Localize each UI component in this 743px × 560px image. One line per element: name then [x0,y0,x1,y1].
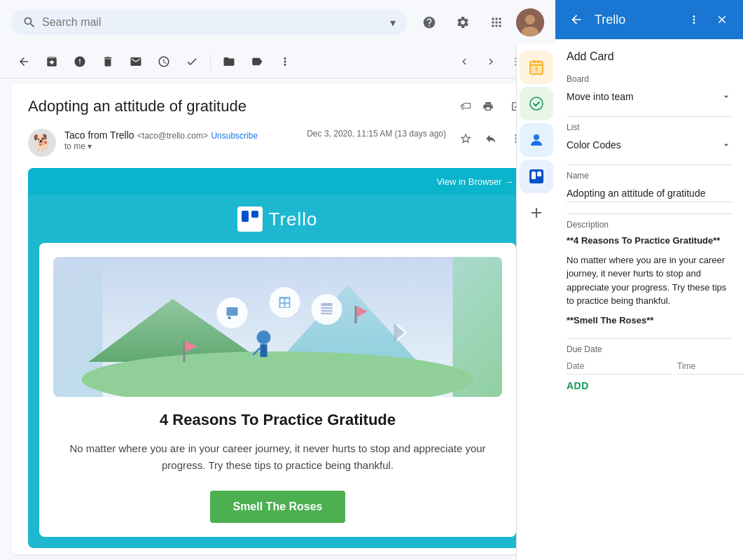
trello-header-actions [681,7,735,32]
sender-name-row: Taco from Trello <taco@trello.com> Unsub… [64,129,298,141]
move-to-button[interactable] [216,49,242,74]
board-label: Board [567,74,732,84]
more-vert-icon-3 [688,13,700,26]
calendar-addon-icon: 3 [528,59,545,76]
gmail-addon-sidebar: 3 [516,45,555,560]
svg-point-15 [257,330,271,344]
mark-unread-icon [130,55,142,68]
trello-panel-title: Trello [595,13,676,27]
divider-3 [567,214,732,214]
email-meta: 🐕 Taco from Trello <taco@trello.com> Uns… [28,129,527,157]
help-button[interactable] [415,8,443,36]
svg-rect-11 [355,306,357,323]
next-email-button[interactable] [478,49,504,74]
trello-wordmark: Trello [268,209,317,230]
toolbar-divider [210,53,211,70]
add-addon-button[interactable] [520,196,553,230]
name-input[interactable] [567,185,732,202]
search-dropdown-btn[interactable]: ▾ [390,16,396,29]
label-icon [251,55,263,68]
settings-button[interactable] [449,8,477,36]
email-subject-row: Adopting an attitude of gratitude 🏷 [28,95,527,118]
label-button[interactable] [244,49,270,74]
spam-button[interactable] [67,49,92,74]
cta-button[interactable]: Smell The Roses [210,491,345,523]
list-field-row: Color Codes [567,136,732,153]
trello-logo: Trello [237,206,317,232]
desc-line2: **Smell The Roses** [567,314,732,328]
spam-icon [74,55,86,68]
trello-panel-header: Trello [555,0,743,39]
svg-rect-42 [537,172,541,176]
description-section: Description **4 Reasons To Practice Grat… [567,220,732,327]
snooze-button[interactable] [151,49,176,74]
trello-panel: Trello Add Card Board Move into team [555,0,743,560]
due-date-label: Due Date [567,344,732,354]
delete-icon [102,55,114,68]
avatar[interactable] [516,8,544,36]
back-button[interactable] [11,49,36,74]
trello-close-button[interactable] [709,7,735,32]
svg-point-38 [530,97,543,110]
divider-1 [567,116,732,117]
gear-icon [456,15,470,29]
divider-4 [567,338,732,339]
svg-rect-25 [281,304,284,307]
tasks-addon-button[interactable] [520,87,553,120]
board-dropdown-button[interactable] [721,91,732,102]
star-icon [459,132,472,145]
contacts-addon-button[interactable] [520,123,553,157]
add-icon [528,204,545,221]
svg-rect-20 [228,316,231,319]
label-tag-icon[interactable]: 🏷 [460,100,471,113]
desc-paragraph: No matter where you are in your career j… [567,253,732,308]
check-icon [186,55,198,68]
name-label: Name [567,171,732,181]
list-dropdown-button[interactable] [721,139,732,150]
done-button[interactable] [179,49,204,74]
trello-addon-button[interactable] [520,160,553,193]
star-button[interactable] [454,129,477,151]
due-date-section: Due Date ADD [567,344,732,392]
add-due-date-button[interactable]: ADD [567,380,589,391]
more-button[interactable] [272,49,298,74]
email-content: Adopting an attitude of gratitude 🏷 🐕 [11,84,544,554]
time-input[interactable] [677,358,743,374]
svg-rect-16 [261,344,268,357]
date-input[interactable] [567,358,672,374]
svg-rect-3 [242,211,249,222]
email-subject: Adopting an attitude of gratitude [28,97,454,115]
trello-addon-icon [528,168,545,185]
apps-button[interactable] [482,8,511,36]
trello-panel-body: Add Card Board Move into team List Color… [555,39,743,560]
unsubscribe-link[interactable]: Unsubscribe [211,131,258,141]
trello-back-button[interactable] [564,7,589,32]
search-input[interactable] [42,16,384,29]
calendar-addon-button[interactable]: 3 [520,50,553,84]
mark-unread-button[interactable] [123,49,148,74]
svg-point-1 [525,15,535,24]
archive-button[interactable] [39,49,64,74]
print-button[interactable] [477,95,499,118]
view-in-browser-link[interactable]: View in Browser → [436,176,513,187]
back-arrow-icon [569,13,583,27]
delete-button[interactable] [95,49,120,74]
trello-more-button[interactable] [681,7,707,32]
reply-icon [485,132,497,145]
svg-rect-41 [532,172,536,179]
divider-2 [567,164,732,165]
prev-email-button[interactable] [452,49,477,74]
trello-logo-area: Trello [28,195,527,243]
clock-icon [158,55,170,68]
email-body: View in Browser → Trello [28,168,527,548]
dropdown-arrow[interactable]: ▾ [88,141,92,151]
gmail-header: ▾ [0,0,555,45]
email-date: Dec 3, 2020, 11:15 AM (13 days ago) [307,129,446,139]
gmail-area: ▾ [0,0,555,560]
name-section: Name [567,171,732,202]
reply-button[interactable] [480,129,502,151]
chevron-down-icon-2 [721,91,732,102]
print-icon [482,101,494,112]
add-card-title: Add Card [567,50,732,63]
svg-rect-19 [227,307,238,316]
